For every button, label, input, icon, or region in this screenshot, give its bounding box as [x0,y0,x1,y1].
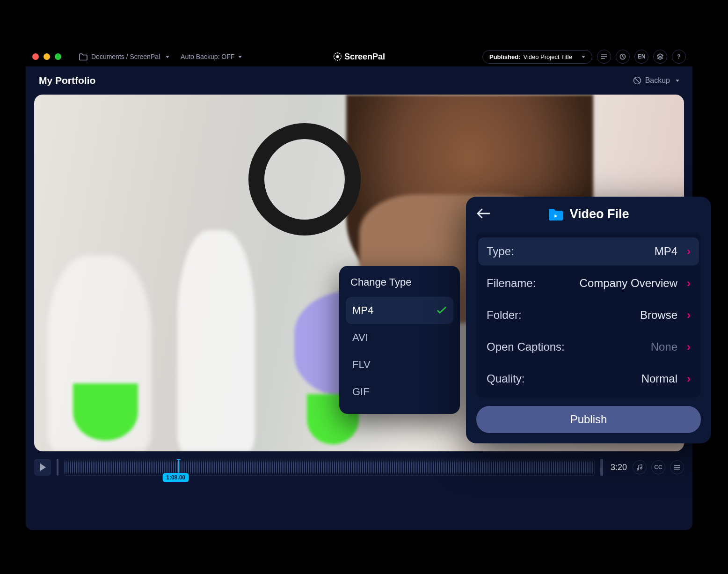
sub-header: My Portfolio Backup [26,66,692,95]
chevron-down-icon [582,56,585,58]
video-folder-icon [548,208,564,221]
video-file-panel: Video File Type: MP4 › Filename: Company… [466,197,711,443]
vf-row-filename[interactable]: Filename: Company Overview › [476,267,701,299]
layers-icon[interactable] [653,50,667,64]
captions-button[interactable]: CC [651,460,665,474]
auto-backup-toggle[interactable]: Auto Backup: OFF [181,53,242,60]
list-icon[interactable] [597,50,611,64]
language-button[interactable]: EN [634,50,648,64]
back-button[interactable] [476,208,490,221]
vf-row-quality[interactable]: Quality: Normal › [476,363,701,395]
type-option-gif[interactable]: GIF [346,378,453,405]
chevron-down-icon [676,80,679,82]
chevron-right-icon: › [687,245,691,258]
minimize-window-button[interactable] [44,53,50,60]
breadcrumb-text: Documents / ScreenPal [91,53,160,60]
total-duration: 3:20 [611,463,627,472]
close-window-button[interactable] [32,53,39,60]
backup-button[interactable]: Backup [633,76,679,85]
svg-point-3 [641,467,642,469]
check-icon [437,306,447,315]
chevron-right-icon: › [687,372,691,385]
chevron-down-icon [166,56,169,58]
help-button[interactable]: ? [672,50,686,64]
chevron-right-icon: › [687,277,691,290]
vf-row-folder[interactable]: Folder: Browse › [476,299,701,331]
change-type-popover: Change Type MP4 AVI FLV GIF [339,266,460,414]
published-project-selector[interactable]: Published: Video Project Title [482,50,592,64]
breadcrumb[interactable]: Documents / ScreenPal [79,53,169,60]
history-icon[interactable] [616,50,630,64]
change-type-title: Change Type [346,276,453,297]
play-icon [40,464,46,471]
page-title: My Portfolio [39,75,95,86]
music-icon[interactable] [633,460,647,474]
brand-logo: ScreenPal [333,52,385,62]
title-bar: Documents / ScreenPal Auto Backup: OFF S… [26,47,692,66]
track-start-handle[interactable] [57,459,58,476]
brand-icon [333,52,342,61]
type-option-avi[interactable]: AVI [346,324,453,351]
chevron-right-icon: › [687,340,691,353]
track-end-handle[interactable] [600,459,603,476]
publish-button[interactable]: Publish [476,406,701,433]
svg-point-2 [637,468,639,470]
window-controls [32,53,61,60]
video-file-title: Video File [569,207,629,221]
menu-icon[interactable] [670,460,684,474]
no-backup-icon [633,76,641,85]
folder-icon [79,53,87,60]
chevron-down-icon [238,56,242,58]
waveform-track[interactable] [64,459,595,476]
type-option-mp4[interactable]: MP4 [346,297,453,324]
play-button[interactable] [34,459,51,476]
vf-row-type[interactable]: Type: MP4 › [478,237,699,265]
type-option-flv[interactable]: FLV [346,351,453,378]
timeline: 3:20 CC 1:08.00 [26,451,692,476]
chevron-right-icon: › [687,309,691,322]
vf-row-captions[interactable]: Open Captions: None › [476,331,701,363]
playhead-time-badge: 1:08.00 [162,473,189,482]
maximize-window-button[interactable] [55,53,61,60]
